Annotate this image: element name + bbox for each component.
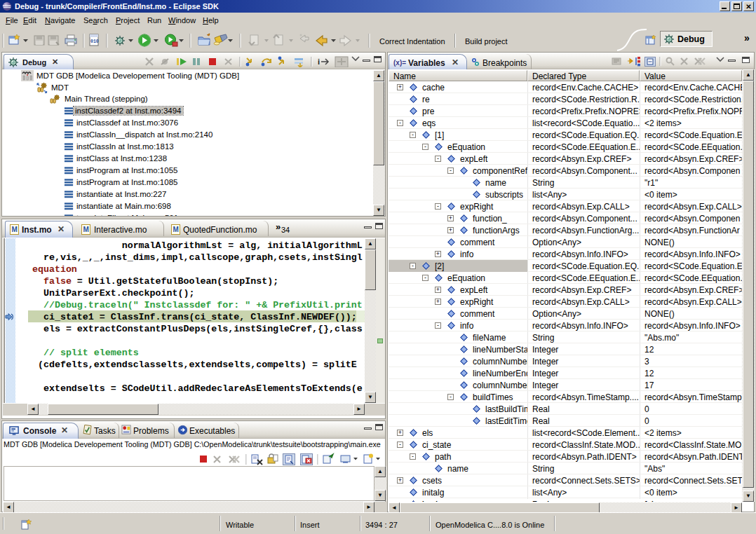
svg-text:M: M [12, 226, 18, 233]
svg-text:i: i [318, 57, 320, 66]
svg-text:M: M [83, 226, 89, 233]
svg-text:010: 010 [90, 39, 99, 44]
svg-text:M: M [173, 226, 179, 233]
